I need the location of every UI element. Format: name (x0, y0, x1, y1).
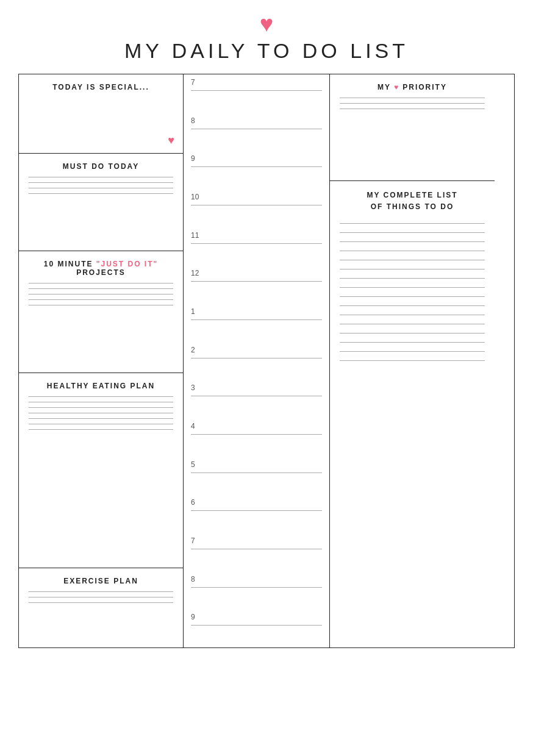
time-line (191, 549, 322, 549)
time-slot-11: 11 (184, 227, 329, 266)
complete-list-line-item (340, 351, 485, 352)
ten-minute-title: 10 MINUTE "JUST DO IT" PROJECTS (29, 260, 173, 277)
must-do-box: MUST DO TODAY (19, 154, 183, 251)
time-slot-2-pm: 2 (184, 342, 329, 380)
time-line (191, 510, 322, 511)
complete-list-lines (340, 219, 485, 639)
time-number: 9 (191, 613, 322, 621)
time-number: 5 (191, 460, 322, 469)
time-line (191, 243, 322, 244)
today-special-heart-icon: ♥ (168, 134, 174, 147)
time-line (191, 358, 322, 358)
today-special-title: TODAY IS SPECIAL... (29, 83, 173, 91)
complete-list-line-item (340, 269, 485, 269)
time-slot-12: 12 (184, 265, 329, 304)
priority-title: MY ♥ PRIORITY (340, 83, 485, 91)
complete-list-line-item (340, 223, 485, 224)
today-special-lines (29, 98, 173, 159)
complete-list-line-item (340, 296, 485, 297)
exercise-plan-box: EXERCISE PLAN (19, 568, 183, 647)
right-column: MY ♥ PRIORITY MY COMPLETE LIST OF THINGS… (330, 74, 495, 647)
page-header: ♥ MY DAILY TO DO LIST (124, 12, 409, 63)
exercise-plan-title: EXERCISE PLAN (29, 577, 173, 585)
time-slot-4-pm: 4 (184, 418, 329, 457)
time-number: 3 (191, 383, 322, 392)
time-line (191, 434, 322, 435)
healthy-eating-box: HEALTHY EATING PLAN (19, 373, 183, 568)
time-number: 1 (191, 307, 322, 316)
healthy-eating-title: HEALTHY EATING PLAN (29, 382, 173, 390)
complete-list-line-item (340, 324, 485, 324)
time-number: 9 (191, 154, 322, 163)
time-slot-3-pm: 3 (184, 380, 329, 418)
time-number: 10 (191, 193, 322, 201)
complete-list-line-item (340, 232, 485, 233)
time-number: 7 (191, 78, 322, 87)
time-line (191, 625, 322, 626)
time-slot-10: 10 (184, 189, 329, 227)
time-slot-7-pm: 7 (184, 533, 329, 571)
left-column: TODAY IS SPECIAL... ♥ MUST DO TODAY 10 M… (19, 74, 184, 647)
time-line (191, 587, 322, 588)
time-number: 4 (191, 422, 322, 430)
time-slot-5-pm: 5 (184, 457, 329, 495)
header-heart-icon: ♥ (260, 12, 274, 35)
time-slot-9-pm: 9 (184, 609, 329, 647)
complete-list-line-item (340, 251, 485, 251)
time-number: 2 (191, 346, 322, 354)
today-special-box: TODAY IS SPECIAL... ♥ (19, 74, 183, 154)
complete-list-line-item (340, 260, 485, 260)
complete-list-box: MY COMPLETE LIST OF THINGS TO DO (330, 181, 495, 647)
time-line (191, 129, 322, 129)
time-slot-8-pm: 8 (184, 571, 329, 610)
time-line (191, 472, 322, 473)
time-line (191, 90, 322, 91)
time-line (191, 205, 322, 205)
complete-list-title: MY COMPLETE LIST OF THINGS TO DO (340, 190, 485, 213)
complete-list-line-item (340, 305, 485, 306)
complete-list-line-item (340, 315, 485, 315)
time-slot-7: 7 (184, 74, 329, 113)
time-number: 8 (191, 575, 322, 583)
must-do-title: MUST DO TODAY (29, 162, 173, 171)
priority-box: MY ♥ PRIORITY (330, 74, 495, 181)
time-number: 8 (191, 116, 322, 125)
complete-list-line-item (340, 342, 485, 343)
time-slot-9: 9 (184, 151, 329, 189)
main-grid: TODAY IS SPECIAL... ♥ MUST DO TODAY 10 M… (18, 74, 515, 648)
complete-list-line-item (340, 287, 485, 288)
complete-list-line-item (340, 360, 485, 361)
complete-list-line-item (340, 333, 485, 333)
time-line (191, 396, 322, 396)
time-number: 7 (191, 537, 322, 545)
ten-minute-box: 10 MINUTE "JUST DO IT" PROJECTS (19, 251, 183, 373)
time-line (191, 281, 322, 282)
time-line (191, 319, 322, 320)
middle-column: 789101112123456789 (184, 74, 330, 647)
complete-list-line-item (340, 241, 485, 242)
time-slot-6-pm: 6 (184, 494, 329, 533)
time-number: 6 (191, 498, 322, 507)
time-number: 12 (191, 269, 322, 277)
time-line (191, 166, 322, 167)
time-number: 11 (191, 231, 322, 240)
time-slot-1-pm: 1 (184, 304, 329, 342)
time-slot-8: 8 (184, 113, 329, 151)
complete-list-line-item (340, 278, 485, 279)
page-title: MY DAILY TO DO LIST (124, 39, 409, 63)
